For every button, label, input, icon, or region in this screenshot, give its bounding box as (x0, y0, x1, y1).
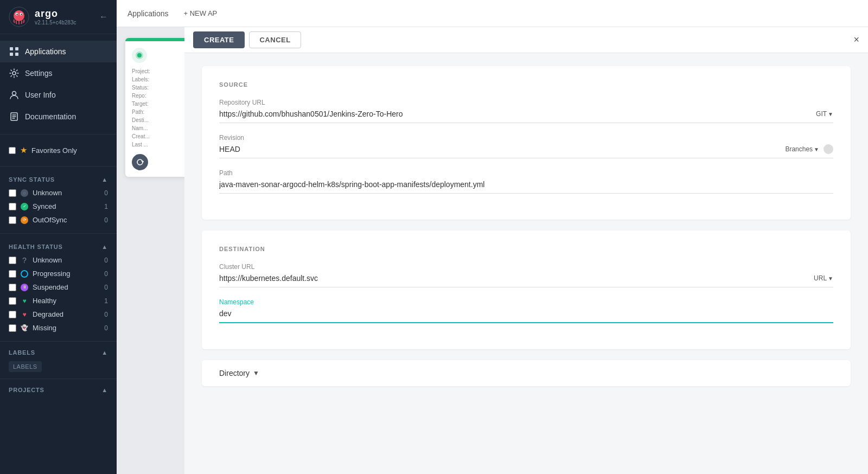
path-field: Path (219, 169, 833, 194)
synced-icon: ✓ (21, 203, 28, 210)
applications-tab[interactable]: Applications (125, 9, 171, 18)
sync-synced-filter[interactable]: ✓ Synced 1 (0, 200, 117, 213)
settings-label: Settings (25, 69, 53, 78)
namespace-input[interactable] (219, 308, 833, 319)
git-addon[interactable]: GIT ▼ (816, 110, 833, 118)
health-progressing-filter[interactable]: Progressing 0 (0, 267, 117, 280)
svg-point-4 (16, 14, 17, 15)
labels-collapse-icon[interactable]: ▲ (101, 349, 108, 356)
url-chevron-icon: ▼ (828, 276, 833, 281)
namespace-row (219, 308, 833, 323)
revision-label: Revision (219, 134, 833, 142)
projects-collapse-icon[interactable]: ▲ (101, 387, 108, 393)
revision-input[interactable] (219, 144, 781, 155)
health-unknown-filter[interactable]: ? Unknown 0 (0, 253, 117, 267)
directory-section: Directory ▼ (202, 360, 851, 386)
health-status-header: HEALTH STATUS ▲ (0, 240, 117, 253)
health-healthy-checkbox[interactable] (9, 297, 16, 305)
app-card-sync-button[interactable] (132, 154, 148, 170)
back-button[interactable]: ← (99, 12, 108, 22)
svg-rect-8 (10, 53, 13, 56)
sync-status-header: SYNC STATUS ▲ (0, 173, 117, 186)
apps-icon (9, 46, 20, 57)
app-name: argo (35, 8, 76, 20)
create-button[interactable]: CREATE (193, 31, 245, 48)
git-chevron-icon: ▼ (828, 111, 833, 117)
cluster-url-label: Cluster URL (219, 263, 833, 271)
namespace-field: Namespace (219, 298, 833, 323)
cluster-url-row: URL ▼ (219, 273, 833, 287)
dest-label: Desti... (132, 117, 149, 123)
directory-toggle[interactable]: Directory ▼ (219, 369, 833, 377)
panel-toolbar: CREATE CANCEL × (184, 27, 868, 53)
health-healthy-filter[interactable]: ♥ Healthy 1 (0, 294, 117, 308)
health-missing-filter[interactable]: 👻 Missing 0 (0, 321, 117, 335)
repo-url-input[interactable] (219, 108, 812, 119)
user-info-label: User Info (25, 91, 56, 99)
health-unknown-checkbox[interactable] (9, 257, 16, 264)
svg-rect-7 (15, 47, 18, 50)
health-missing-checkbox[interactable] (9, 324, 16, 332)
destination-title: DESTINATION (219, 246, 833, 252)
path-input[interactable] (219, 179, 833, 190)
sync-unknown-checkbox[interactable] (9, 189, 16, 197)
path-label: Path: (132, 109, 144, 115)
last-label: Last ... (132, 142, 148, 148)
target-label: Target: (132, 101, 149, 107)
svg-point-5 (21, 14, 22, 15)
outofsync-icon: ⟳ (21, 216, 28, 224)
sidebar-item-settings[interactable]: Settings (0, 62, 117, 84)
favorites-checkbox[interactable] (9, 147, 16, 154)
sidebar: argo v2.11.5+c4b283c ← Applications Sett… (0, 0, 117, 474)
new-app-button[interactable]: + NEW AP (180, 7, 222, 20)
cluster-url-input[interactable] (219, 273, 809, 284)
projects-section: PROJECTS ▲ (0, 379, 117, 401)
sync-synced-checkbox[interactable] (9, 203, 16, 210)
svg-point-17 (137, 53, 142, 57)
created-label: Creat... (132, 133, 150, 139)
argo-logo-icon (9, 7, 29, 27)
health-collapse-icon[interactable]: ▲ (101, 244, 108, 250)
degraded-icon: ♥ (21, 311, 28, 318)
sync-outofsync-checkbox[interactable] (9, 216, 16, 224)
favorites-filter[interactable]: ★ Favorites Only (0, 141, 117, 159)
health-suspended-filter[interactable]: ⏸ Suspended 0 (0, 280, 117, 294)
svg-rect-6 (10, 47, 13, 50)
branches-addon[interactable]: Branches ▼ (785, 145, 819, 153)
health-progressing-checkbox[interactable] (9, 270, 16, 278)
star-icon: ★ (20, 145, 27, 155)
cancel-button[interactable]: CANCEL (249, 31, 301, 48)
sync-collapse-icon[interactable]: ▲ (101, 176, 108, 183)
health-unknown-icon: ? (21, 257, 28, 264)
healthy-icon: ♥ (21, 297, 28, 305)
projects-header: PROJECTS ▲ (0, 383, 117, 396)
app-cards-area: Project: Labels: Status: Repo: Target: P… (117, 27, 868, 474)
path-row (219, 179, 833, 194)
applications-label: Applications (25, 47, 66, 56)
branches-chevron-icon: ▼ (814, 146, 819, 152)
sync-unknown-filter[interactable]: ○ Unknown 0 (0, 186, 117, 200)
sidebar-logo: argo v2.11.5+c4b283c ← (0, 0, 117, 34)
create-panel: CREATE CANCEL × SOURCE Repository URL G (184, 27, 868, 474)
labels-tag: LABELS (9, 361, 42, 372)
url-addon[interactable]: URL ▼ (814, 274, 833, 282)
sync-outofsync-filter[interactable]: ⟳ OutOfSync 0 (0, 213, 117, 227)
repo-url-label: Repository URL (219, 99, 833, 106)
revision-status-circle (824, 144, 833, 154)
health-degraded-checkbox[interactable] (9, 311, 16, 318)
sidebar-item-applications[interactable]: Applications (0, 41, 117, 62)
close-button[interactable]: × (853, 34, 859, 46)
sidebar-item-user-info[interactable]: User Info (0, 84, 117, 106)
svg-point-1 (14, 10, 24, 21)
health-suspended-checkbox[interactable] (9, 284, 16, 291)
health-degraded-filter[interactable]: ♥ Degraded 0 (0, 308, 117, 321)
cluster-url-field: Cluster URL URL ▼ (219, 263, 833, 287)
documentation-label: Documentation (25, 112, 76, 121)
repo-label: Repo: (132, 93, 146, 99)
sidebar-item-documentation[interactable]: Documentation (0, 106, 117, 127)
repo-url-field: Repository URL GIT ▼ (219, 99, 833, 123)
revision-field: Revision Branches ▼ (219, 134, 833, 158)
destination-card: DESTINATION Cluster URL URL ▼ (202, 230, 851, 349)
unknown-sync-icon: ○ (21, 189, 28, 197)
revision-row: Branches ▼ (219, 144, 833, 158)
